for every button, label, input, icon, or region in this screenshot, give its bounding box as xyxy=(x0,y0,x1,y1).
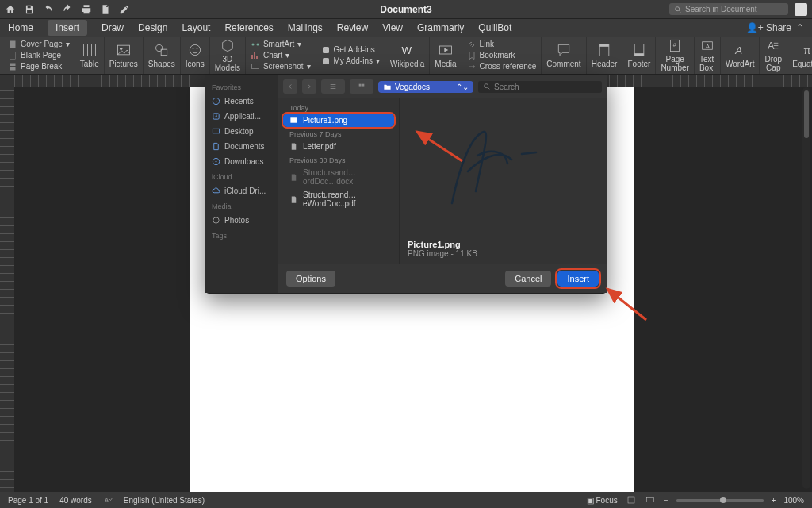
blank-page-button[interactable]: Blank Page xyxy=(8,51,70,60)
chart-button[interactable]: Chart ▾ xyxy=(251,51,311,60)
cross-reference-button[interactable]: Cross-reference xyxy=(467,62,537,71)
nav-back-button[interactable] xyxy=(283,79,297,94)
my-addins-button[interactable]: My Add-ins ▾ xyxy=(321,56,380,66)
sidebar-head-icloud: iCloud xyxy=(209,170,275,183)
ribbon-tabs: Home Insert Draw Design Layout Reference… xyxy=(0,19,812,37)
print-layout-icon[interactable] xyxy=(626,495,637,505)
group-button[interactable] xyxy=(350,79,373,94)
svg-point-34 xyxy=(213,217,219,223)
svg-rect-13 xyxy=(323,47,329,53)
shapes-button[interactable]: Shapes xyxy=(144,37,181,74)
text-box-button[interactable]: AText Box xyxy=(695,37,721,74)
vertical-scrollbar[interactable] xyxy=(802,87,810,489)
bookmark-button[interactable]: Bookmark xyxy=(467,51,537,60)
tab-draw[interactable]: Draw xyxy=(102,22,124,33)
wordart-button[interactable]: AWordArt xyxy=(721,37,760,74)
tab-review[interactable]: Review xyxy=(337,22,368,33)
dialog-toolbar: Vegadocs ⌃⌄ Search xyxy=(278,75,607,98)
insert-button[interactable]: Insert xyxy=(557,271,599,287)
zoom-out-button[interactable]: − xyxy=(664,496,668,505)
page-number-button[interactable]: #Page Number xyxy=(656,37,695,74)
sidebar-item-photos[interactable]: Photos xyxy=(209,214,275,227)
tab-design[interactable]: Design xyxy=(138,22,167,33)
svg-rect-20 xyxy=(634,53,644,56)
screenshot-button[interactable]: Screenshot ▾ xyxy=(251,62,311,71)
file-row-pdf2[interactable]: Structureand…eWordDoc..pdf xyxy=(283,188,394,210)
save-icon[interactable] xyxy=(24,4,35,15)
spellcheck-icon[interactable] xyxy=(103,495,113,505)
tab-mailings[interactable]: Mailings xyxy=(288,22,323,33)
sidebar-item-downloads[interactable]: Downloads xyxy=(209,155,275,168)
search-icon xyxy=(674,6,682,13)
table-button[interactable]: Table xyxy=(75,37,105,74)
status-page[interactable]: Page 1 of 1 xyxy=(8,496,48,505)
smartart-button[interactable]: SmartArt ▾ xyxy=(251,40,311,49)
chevron-updown-icon: ⌃⌄ xyxy=(456,83,469,91)
svg-text:#: # xyxy=(673,42,676,48)
print-icon[interactable] xyxy=(81,4,92,15)
pictures-button[interactable]: Pictures xyxy=(105,37,144,74)
sidebar-item-applications[interactable]: AApplicati... xyxy=(209,110,275,123)
icons-button[interactable]: Icons xyxy=(181,37,210,74)
share-button[interactable]: 👤+ Share xyxy=(746,22,791,33)
web-layout-icon[interactable] xyxy=(645,495,656,505)
get-addins-button[interactable]: Get Add-ins xyxy=(321,45,380,55)
cover-page-button[interactable]: Cover Page ▾ xyxy=(8,40,70,49)
preview-fileinfo: PNG image - 11 KB xyxy=(408,249,575,258)
file-picker-dialog: Favorites Recents AApplicati... Desktop … xyxy=(205,75,607,294)
ribbon-collapse-icon[interactable]: ⌃ xyxy=(796,22,804,33)
user-avatar[interactable] xyxy=(795,3,807,16)
undo-icon[interactable] xyxy=(43,4,54,15)
svg-rect-2 xyxy=(10,52,16,59)
tab-insert[interactable]: Insert xyxy=(48,20,87,36)
sidebar-item-recents[interactable]: Recents xyxy=(209,94,275,108)
sidebar-item-desktop[interactable]: Desktop xyxy=(209,125,275,138)
media-button[interactable]: Media xyxy=(430,37,462,74)
svg-point-11 xyxy=(256,43,259,45)
wikipedia-button[interactable]: WWikipedia xyxy=(385,37,430,74)
zoom-slider[interactable] xyxy=(676,499,764,502)
focus-mode-button[interactable]: ▣ Focus xyxy=(587,496,618,505)
link-button[interactable]: Link xyxy=(467,40,537,49)
tab-quillbot[interactable]: QuillBot xyxy=(478,22,511,33)
status-words[interactable]: 40 words xyxy=(59,496,92,505)
edit-icon[interactable] xyxy=(119,4,130,15)
file-category: Previous 7 Days xyxy=(283,127,394,140)
options-button[interactable]: Options xyxy=(286,271,335,287)
page-icon[interactable] xyxy=(100,4,111,15)
3d-models-button[interactable]: 3D Models xyxy=(210,37,246,74)
view-mode-button[interactable] xyxy=(321,79,345,94)
svg-point-7 xyxy=(190,44,200,55)
file-row-docx[interactable]: Structursand…ordDoc…docx xyxy=(283,166,394,188)
tab-layout[interactable]: Layout xyxy=(182,22,210,33)
zoom-in-button[interactable]: + xyxy=(772,496,776,505)
svg-rect-39 xyxy=(628,497,634,503)
drop-cap-button[interactable]: ADrop Cap xyxy=(760,37,787,74)
page-break-button[interactable]: Page Break xyxy=(8,62,70,71)
file-row-picture1[interactable]: Picture1.png xyxy=(283,114,394,127)
equation-button[interactable]: πEquation xyxy=(787,37,812,74)
search-placeholder: Search in Document xyxy=(685,5,757,13)
file-row-letter[interactable]: Letter.pdf xyxy=(283,140,394,153)
comment-button[interactable]: Comment xyxy=(542,37,586,74)
svg-text:W: W xyxy=(401,44,412,56)
dialog-search-input[interactable]: Search xyxy=(478,81,602,93)
home-icon[interactable] xyxy=(5,4,16,15)
search-document-input[interactable]: Search in Document xyxy=(669,3,788,15)
zoom-level[interactable]: 100% xyxy=(783,496,804,505)
tab-grammarly[interactable]: Grammarly xyxy=(417,22,464,33)
tab-references[interactable]: References xyxy=(224,22,273,33)
header-button[interactable]: Header xyxy=(587,37,623,74)
nav-forward-button[interactable] xyxy=(302,79,316,94)
cancel-button[interactable]: Cancel xyxy=(505,271,551,287)
tab-view[interactable]: View xyxy=(382,22,403,33)
pdf-file-icon xyxy=(289,195,298,204)
svg-text:A: A xyxy=(768,40,775,52)
status-language[interactable]: English (United States) xyxy=(124,496,205,505)
sidebar-item-documents[interactable]: Documents xyxy=(209,140,275,153)
redo-icon[interactable] xyxy=(62,4,73,15)
tab-home[interactable]: Home xyxy=(8,22,33,33)
footer-button[interactable]: Footer xyxy=(622,37,656,74)
folder-selector[interactable]: Vegadocs ⌃⌄ xyxy=(378,81,473,93)
sidebar-item-icloud-drive[interactable]: iCloud Dri... xyxy=(209,184,275,198)
